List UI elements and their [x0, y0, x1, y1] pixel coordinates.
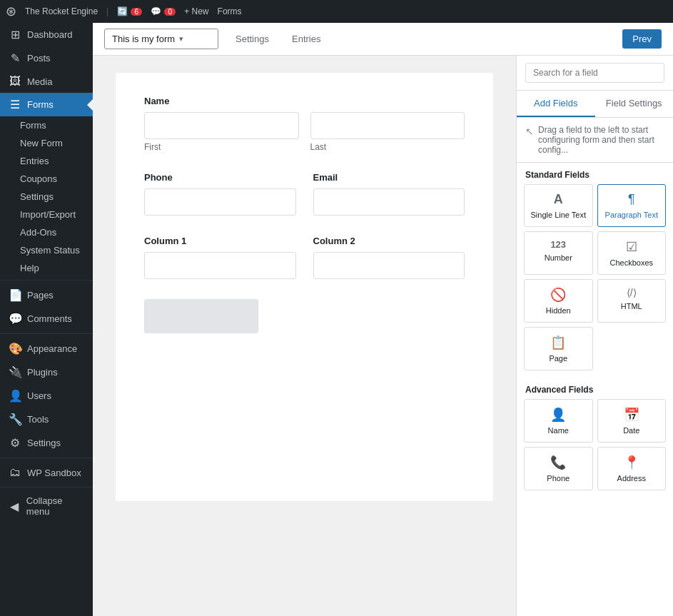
field-tile-address[interactable]: 📍 Address	[597, 447, 667, 490]
sidebar-item-plugins[interactable]: 🔌 Plugins	[0, 360, 93, 384]
form-canvas: Name First Last	[93, 56, 516, 616]
field-search-input[interactable]	[525, 63, 664, 83]
submenu-coupons[interactable]: Coupons	[0, 170, 93, 188]
email-input[interactable]	[313, 188, 465, 216]
field-tile-name[interactable]: 👤 Name	[524, 399, 593, 443]
tab-add-fields[interactable]: Add Fields	[517, 91, 595, 117]
sidebar-item-settings[interactable]: ⚙ Settings	[0, 431, 93, 455]
phone-label: Phone	[144, 172, 296, 183]
chevron-down-icon: ▾	[179, 34, 183, 44]
sidebar-item-dashboard[interactable]: ⊞ Dashboard	[0, 23, 93, 46]
field-tile-hidden[interactable]: 🚫 Hidden	[524, 279, 593, 323]
sidebar-item-appearance[interactable]: 🎨 Appearance	[0, 337, 93, 360]
field-tile-checkboxes[interactable]: ☑ Checkboxes	[597, 231, 667, 275]
checkboxes-icon: ☑	[626, 239, 637, 255]
submenu-addons[interactable]: Add-Ons	[0, 223, 93, 241]
submenu-help[interactable]: Help	[0, 259, 93, 277]
main-layout: ⊞ Dashboard ✎ Posts 🖼 Media ☰ Forms Form…	[0, 23, 673, 616]
collapse-menu[interactable]: ◀ Collapse menu	[0, 490, 93, 522]
phone-email-row: Phone Email	[144, 172, 465, 216]
forms-link[interactable]: Forms	[218, 6, 242, 16]
field-tile-html[interactable]: ⟨/⟩ HTML	[597, 279, 667, 323]
name-field-row: Name First Last	[144, 96, 465, 152]
column1-input[interactable]	[144, 252, 296, 279]
hidden-icon: 🚫	[550, 287, 566, 303]
column-row: Column 1 Column 2	[144, 236, 465, 279]
site-name[interactable]: The Rocket Engine	[25, 6, 98, 16]
column2-field: Column 2	[313, 236, 465, 279]
tab-settings[interactable]: Settings	[230, 31, 275, 47]
sidebar-item-wp-sandbox[interactable]: 🗂 WP Sandbox	[0, 461, 93, 484]
preview-button[interactable]: Prev	[622, 29, 662, 49]
users-icon: 👤	[9, 389, 21, 403]
form-title-dropdown[interactable]: This is my form ▾	[104, 29, 218, 49]
submenu-forms[interactable]: Forms	[0, 116, 93, 134]
field-tile-page[interactable]: 📋 Page	[524, 327, 593, 370]
field-tile-number[interactable]: 123 Number	[524, 231, 593, 275]
comments-icon: 💬	[9, 312, 21, 325]
column2-label: Column 2	[313, 236, 465, 246]
sidebar-item-posts[interactable]: ✎ Posts	[0, 46, 93, 70]
tab-entries[interactable]: Entries	[286, 31, 326, 47]
form-canvas-inner: Name First Last	[116, 73, 493, 501]
last-name-input[interactable]	[310, 112, 465, 139]
submit-area	[144, 299, 465, 333]
tab-field-settings[interactable]: Field Settings	[595, 91, 674, 117]
sidebar-item-users[interactable]: 👤 Users	[0, 384, 93, 408]
submenu-import-export[interactable]: Import/Export	[0, 206, 93, 223]
field-tile-phone[interactable]: 📞 Phone	[524, 447, 593, 490]
form-title-text: This is my form	[112, 34, 175, 44]
email-label: Email	[313, 172, 465, 183]
new-content[interactable]: + New	[184, 6, 208, 16]
submenu-entries[interactable]: Entries	[0, 152, 93, 170]
panel-tabs: Add Fields Field Settings	[517, 91, 673, 118]
admin-bar: ⊛ The Rocket Engine | 🔄 6 💬 0 + New Form…	[0, 0, 673, 23]
submenu-system-status[interactable]: System Status	[0, 241, 93, 259]
wp-sandbox-icon: 🗂	[9, 466, 21, 479]
plugins-icon: 🔌	[9, 365, 21, 379]
field-tile-date[interactable]: 📅 Date	[597, 399, 667, 443]
column2-input[interactable]	[313, 252, 465, 279]
page-icon: 📋	[550, 335, 566, 350]
name-tile-icon: 👤	[550, 407, 566, 423]
standard-fields-grid: A Single Line Text ¶ Paragraph Text 123 …	[517, 184, 673, 378]
last-name-wrap: Last	[310, 112, 465, 152]
first-name-wrap: First	[144, 112, 299, 152]
forms-icon: ☰	[9, 98, 21, 111]
sidebar-item-forms[interactable]: ☰ Forms	[0, 93, 93, 116]
field-tile-single-line[interactable]: A Single Line Text	[524, 184, 593, 227]
advanced-fields-grid: 👤 Name 📅 Date 📞 Phone 📍 Address	[517, 399, 673, 498]
paragraph-icon: ¶	[628, 192, 635, 207]
phone-input[interactable]	[144, 188, 296, 216]
number-icon: 123	[550, 239, 566, 250]
drag-hint: ↖ Drag a field to the left to start conf…	[517, 118, 673, 163]
standard-fields-title: Standard Fields	[517, 163, 673, 184]
column1-field: Column 1	[144, 236, 296, 279]
cursor-icon: ↖	[525, 126, 534, 137]
advanced-fields-title: Advanced Fields	[517, 378, 673, 399]
submenu-new-form[interactable]: New Form	[0, 134, 93, 152]
posts-icon: ✎	[9, 51, 21, 65]
dashboard-icon: ⊞	[9, 28, 21, 41]
first-name-input[interactable]	[144, 112, 299, 139]
submit-button-placeholder	[144, 299, 258, 333]
name-subfields: First Last	[144, 112, 465, 152]
sidebar-item-media[interactable]: 🖼 Media	[0, 70, 93, 93]
tools-icon: 🔧	[9, 413, 21, 426]
single-line-icon: A	[554, 192, 563, 207]
sidebar-item-pages[interactable]: 📄 Pages	[0, 283, 93, 307]
submenu-settings[interactable]: Settings	[0, 188, 93, 206]
first-name-label: First	[144, 142, 299, 152]
column1-label: Column 1	[144, 236, 296, 246]
settings-icon: ⚙	[9, 436, 21, 450]
sidebar-item-comments[interactable]: 💬 Comments	[0, 307, 93, 330]
comments[interactable]: 💬 0	[151, 6, 176, 16]
updates[interactable]: 🔄 6	[117, 6, 142, 16]
phone-field: Phone	[144, 172, 296, 216]
sidebar: ⊞ Dashboard ✎ Posts 🖼 Media ☰ Forms Form…	[0, 23, 93, 616]
wp-logo[interactable]: ⊛	[6, 4, 16, 19]
field-tile-paragraph[interactable]: ¶ Paragraph Text	[597, 184, 667, 227]
sidebar-item-tools[interactable]: 🔧 Tools	[0, 408, 93, 431]
phone-tile-icon: 📞	[550, 455, 566, 470]
date-icon: 📅	[624, 407, 639, 423]
